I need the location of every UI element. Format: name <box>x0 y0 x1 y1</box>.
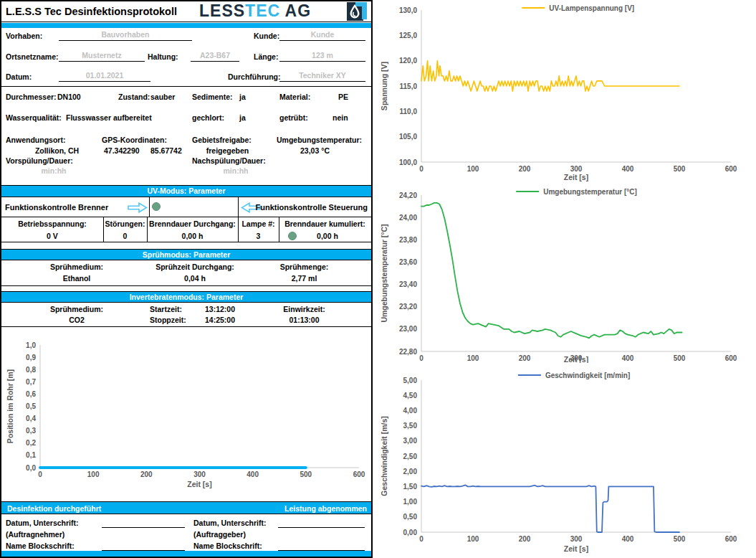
name-blockschrift-left-field[interactable] <box>102 542 185 551</box>
datum-unterschrift-right-field[interactable] <box>278 519 365 528</box>
vorspuelung-field[interactable]: min:hh <box>25 166 82 175</box>
svg-text:600: 600 <box>725 165 737 173</box>
svg-text:120,0: 120,0 <box>399 57 417 65</box>
kunde-label: Kunde: <box>254 32 279 40</box>
logo-tec: TEC <box>245 1 280 20</box>
svg-text:100,0: 100,0 <box>399 159 417 166</box>
startzeit-label: Startzeit: <box>150 305 182 313</box>
uv-section-header: UV-Modus: Parameter <box>1 185 371 197</box>
ortsnetzname-label: Ortsnetzname: <box>6 52 59 61</box>
svg-text:300: 300 <box>570 535 583 543</box>
bottom-accent-bar <box>1 551 371 557</box>
kunde-field[interactable]: Kunde <box>279 30 365 41</box>
svg-text:100: 100 <box>467 165 479 173</box>
svg-text:0,4: 0,4 <box>26 415 36 422</box>
invertebrate-section-header: Invertebratenmodus: Parameter <box>1 291 371 303</box>
uv-col-stoerungen-label: Störungen: <box>103 219 147 228</box>
svg-text:Zeit [s]: Zeit [s] <box>564 173 588 181</box>
datum-unterschrift-left-field[interactable] <box>102 519 185 528</box>
laenge-field[interactable]: 123 m <box>279 51 365 62</box>
svg-text:3,50: 3,50 <box>403 422 418 430</box>
svg-text:23,20: 23,20 <box>399 303 417 311</box>
header-accent-bar <box>1 23 371 28</box>
svg-text:4,50: 4,50 <box>403 392 418 399</box>
leistung-abgenommen-label: Leistung abgenommen <box>284 503 367 514</box>
svg-text:0: 0 <box>419 165 424 173</box>
svg-text:UV-Lampenspannung [V]: UV-Lampenspannung [V] <box>549 4 634 12</box>
name-blockschrift-left-label: Name Blockschrift: <box>6 542 75 550</box>
svg-text:200: 200 <box>519 535 531 543</box>
svg-text:4,00: 4,00 <box>403 407 418 415</box>
vorhaben-field[interactable]: Bauvorhaben <box>59 30 192 41</box>
name-blockschrift-right-field[interactable] <box>278 542 365 551</box>
datum-label: Datum: <box>6 72 32 81</box>
svg-text:200: 200 <box>519 165 531 173</box>
svg-text:300: 300 <box>193 470 206 478</box>
screenshot-root: { "page": { "title": "L.E.S.S Tec Desinf… <box>0 0 756 558</box>
svg-text:Spannung [V]: Spannung [V] <box>380 62 388 110</box>
svg-text:200: 200 <box>519 354 531 362</box>
uv-col-brenndauer-label: Brenndauer Durchgang: <box>147 219 238 228</box>
zustand-label: Zustand: <box>118 93 150 101</box>
stoppzeit-label: Stoppzeit: <box>150 316 186 324</box>
svg-text:105,0: 105,0 <box>399 133 417 141</box>
svg-text:125,0: 125,0 <box>399 32 417 39</box>
svg-text:400: 400 <box>622 535 634 543</box>
nachspuelung-field[interactable]: min:hh <box>207 166 264 175</box>
gps-lat-value: 47.342290 <box>104 146 140 155</box>
kumuliert-status-indicator <box>288 232 297 240</box>
sedimente-value: ja <box>239 93 246 101</box>
funktionskontrolle-brenner-label: Funktionskontrolle Brenner <box>5 203 108 212</box>
svg-text:Position im Rohr [m]: Position im Rohr [m] <box>6 369 14 443</box>
ortsnetzname-field[interactable]: Musternetz <box>59 51 145 62</box>
svg-text:Geschwindigkeit [m/min]: Geschwindigkeit [m/min] <box>545 372 630 379</box>
svg-text:130,0: 130,0 <box>399 6 417 14</box>
svg-text:0,6: 0,6 <box>26 390 36 398</box>
company-logo: LESSTEC AG <box>199 1 311 21</box>
svg-text:24,00: 24,00 <box>399 214 417 222</box>
svg-text:600: 600 <box>725 535 737 543</box>
svg-text:400: 400 <box>622 354 634 362</box>
desinfektion-durchgefuehrt-label: Desinfektion durchgeführt <box>7 503 101 514</box>
svg-text:Umgebungstemperatur [°C]: Umgebungstemperatur [°C] <box>543 188 637 196</box>
invertebrate-medium-value: CO2 <box>23 316 130 324</box>
datum-unterschrift-left-label: Datum, Unterschrift: <box>6 519 79 527</box>
vorspuelung-label: Vorspülung/Dauer: <box>6 156 73 165</box>
uv-voltage-chart: 100,0105,0110,0115,0120,0125,0130,001002… <box>378 0 751 182</box>
spray-medium-label: Sprühmedium: <box>23 263 130 271</box>
brenner-status-indicator <box>152 202 161 211</box>
svg-text:0,5: 0,5 <box>26 402 36 410</box>
uv-col-kumuliert-label: Brenndauer kumuliert: <box>279 219 371 228</box>
getruebt-label: getrübt: <box>279 113 308 122</box>
material-value: PE <box>338 93 348 101</box>
auftraggeber-label: (Auftraggeber) <box>193 530 246 539</box>
svg-text:3,00: 3,00 <box>403 437 418 445</box>
uv-betriebsspannung-value: 0 V <box>1 232 103 240</box>
svg-text:23,40: 23,40 <box>399 280 417 288</box>
material-label: Material: <box>279 93 310 101</box>
uv-brenndauer-value: 0,00 h <box>147 232 238 240</box>
svg-text:Zeit [s]: Zeit [s] <box>187 480 211 488</box>
zustand-value: sauber <box>150 93 175 101</box>
haltung-label: Haltung: <box>148 52 178 61</box>
gps-label: GPS-Koordinaten: <box>102 136 167 144</box>
svg-text:22,80: 22,80 <box>399 348 417 356</box>
startzeit-value: 13:12:00 <box>205 305 235 313</box>
uv-stoerungen-value: 0 <box>103 232 147 240</box>
gps-lon-value: 85.67742 <box>150 146 182 155</box>
durchfuehrung-label: Durchführung: <box>228 72 281 81</box>
svg-text:1,0: 1,0 <box>26 341 36 349</box>
svg-text:0,1: 0,1 <box>26 451 36 459</box>
svg-text:600: 600 <box>353 470 365 478</box>
svg-text:2,00: 2,00 <box>403 468 418 476</box>
svg-text:1,50: 1,50 <box>403 483 418 491</box>
svg-text:0,9: 0,9 <box>26 354 36 361</box>
svg-text:0,2: 0,2 <box>26 439 36 447</box>
haltung-field[interactable]: A23-B67 <box>191 51 239 62</box>
svg-text:5,00: 5,00 <box>403 377 418 384</box>
svg-text:1,00: 1,00 <box>403 498 418 506</box>
durchfuehrung-field[interactable]: Techniker XY <box>279 71 365 82</box>
uv-kumuliert-value: 0,00 h <box>299 232 356 240</box>
datum-field[interactable]: 01.01.2021 <box>59 71 150 82</box>
svg-text:0,00: 0,00 <box>403 529 418 536</box>
